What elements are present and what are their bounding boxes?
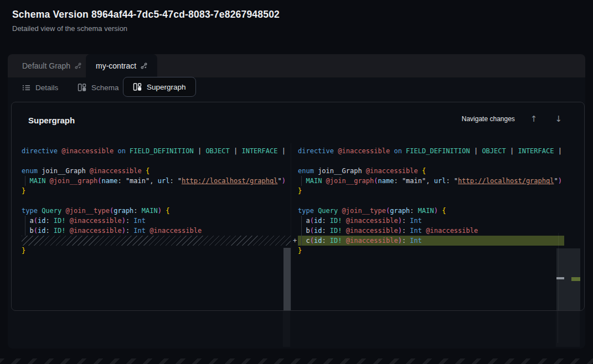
code-line: } xyxy=(22,246,291,256)
bottom-diff-hatch-region xyxy=(0,358,593,364)
left-scrollbar-slider[interactable] xyxy=(283,248,291,310)
supergraph-panel: Supergraph Navigate changes ↑ ↓ directiv… xyxy=(11,102,585,311)
code-line: b(id: ID! @inaccessible): Int @inaccessi… xyxy=(22,226,291,236)
code-line: a(id: ID! @inaccessible): Int xyxy=(22,216,291,226)
view-tab-label: Supergraph xyxy=(147,83,186,91)
panels-icon xyxy=(133,82,142,91)
panel-title: Supergraph xyxy=(28,116,75,125)
panels-icon xyxy=(78,83,86,92)
code-line xyxy=(22,196,291,206)
left-scrollbar-track[interactable] xyxy=(283,311,290,347)
navigate-changes: Navigate changes ↑ ↓ xyxy=(462,113,564,124)
navigate-up-button[interactable]: ↑ xyxy=(528,113,540,124)
navigate-changes-label: Navigate changes xyxy=(462,115,515,123)
contract-fork-icon xyxy=(75,63,81,69)
indent-guide xyxy=(301,176,302,186)
diff-left-pane[interactable]: directive @inaccessible on FIELD_DEFINIT… xyxy=(17,143,291,278)
navigate-down-button[interactable]: ↓ xyxy=(553,113,564,124)
view-tab-label: Schema xyxy=(91,84,119,92)
code-line xyxy=(298,156,564,166)
page-subtitle: Detailed view of the schema version xyxy=(12,24,127,33)
graph-tab-bar: Default Graph my-contract xyxy=(8,54,585,77)
minimap-cursor-marker xyxy=(556,277,564,279)
code-line: } xyxy=(22,186,291,196)
code-line: c(id: ID! @inaccessible): Int xyxy=(298,236,564,246)
code-line: } xyxy=(298,186,564,196)
code-line: type Query @join__type(graph: MAIN) { xyxy=(22,206,291,216)
code-line xyxy=(22,156,291,166)
view-tab-label: Details xyxy=(35,84,58,92)
insert-marker: + xyxy=(292,236,298,246)
minimap-border-extension xyxy=(558,311,558,343)
contract-fork-icon xyxy=(141,63,147,69)
tab-schema[interactable]: Schema xyxy=(78,79,119,96)
indent-guide xyxy=(301,216,302,246)
code-line: b(id: ID! @inaccessible): Int @inaccessi… xyxy=(298,226,564,236)
indent-guide xyxy=(25,176,25,186)
code-line: enum join__Graph @inaccessible { xyxy=(298,166,564,176)
tab-details[interactable]: Details xyxy=(22,79,58,96)
code-line: type Query @join__type(graph: MAIN) { xyxy=(298,206,564,216)
code-line: enum join__Graph @inaccessible { xyxy=(22,166,291,176)
code-line: directive @inaccessible on FIELD_DEFINIT… xyxy=(22,146,291,156)
page-title: Schema Version 8964af44-7dc5-47cd-8083-7… xyxy=(12,9,280,20)
diff-right-pane[interactable]: directive @inaccessible on FIELD_DEFINIT… xyxy=(291,143,564,278)
list-icon xyxy=(22,84,30,92)
view-tab-bar: Details Schema xyxy=(8,77,585,97)
tab-my-contract[interactable]: my-contract xyxy=(86,54,157,77)
right-scrollbar-track[interactable] xyxy=(556,311,580,347)
tab-supergraph[interactable]: Supergraph xyxy=(123,77,196,97)
code-line: } xyxy=(298,246,564,256)
collapsed-region-row[interactable] xyxy=(22,236,291,246)
diff-right-code: directive @inaccessible on FIELD_DEFINIT… xyxy=(291,143,564,256)
diff-left-code: directive @inaccessible on FIELD_DEFINIT… xyxy=(17,143,291,256)
code-line: a(id: ID! @inaccessible): Int xyxy=(298,216,564,226)
code-line xyxy=(298,196,564,206)
tab-label: Default Graph xyxy=(22,61,70,70)
code-line: MAIN @join__graph(name: "main", url: "ht… xyxy=(298,176,564,186)
tab-label: my-contract xyxy=(96,61,136,70)
arrow-down-icon: ↓ xyxy=(555,114,562,124)
indent-guide xyxy=(25,216,25,236)
schema-version-card: Default Graph my-contract xyxy=(8,54,585,349)
arrow-up-icon: ↑ xyxy=(530,114,538,124)
code-line: MAIN @join__graph(name: "main", url: "ht… xyxy=(22,176,291,186)
diff-splitter[interactable] xyxy=(291,143,291,311)
minimap-insert-marker xyxy=(571,277,580,281)
minimap-border xyxy=(558,233,559,311)
code-line: directive @inaccessible on FIELD_DEFINIT… xyxy=(298,146,564,156)
tab-default-graph[interactable]: Default Graph xyxy=(12,54,91,77)
page: Schema Version 8964af44-7dc5-47cd-8083-7… xyxy=(0,0,593,364)
